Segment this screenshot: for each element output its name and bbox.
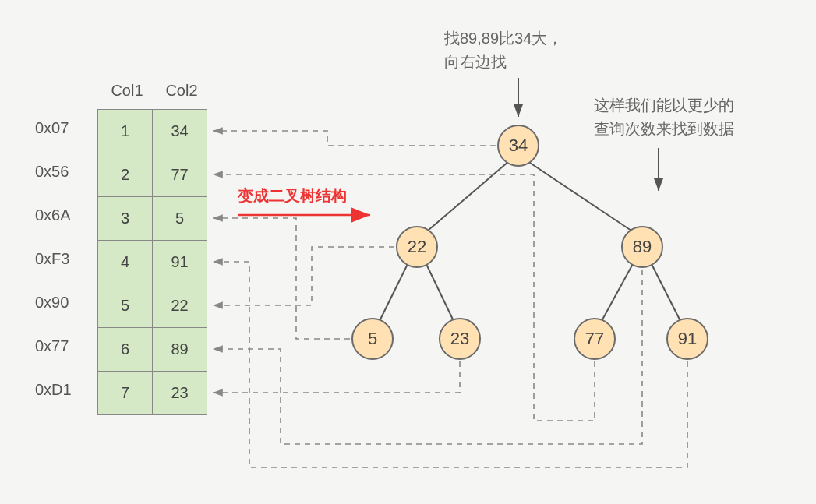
table-row: 7 23 xyxy=(98,372,207,415)
data-table: 1 34 2 77 3 5 4 91 5 22 6 89 7 23 xyxy=(97,109,207,415)
annotation-compare: 找89,89比34大， 向右边找 xyxy=(444,26,563,73)
tree-node-root: 34 xyxy=(497,125,539,167)
cell-col1: 5 xyxy=(98,284,153,328)
table-row: 4 91 xyxy=(98,241,207,284)
tree-node-ll: 5 xyxy=(351,318,394,360)
row-address: 0x90 xyxy=(35,294,69,312)
row-address: 0x07 xyxy=(35,119,69,137)
cell-col1: 4 xyxy=(98,241,153,284)
cell-col1: 2 xyxy=(98,153,153,197)
table-row: 2 77 xyxy=(98,153,207,197)
annotation-line: 这样我们能以更少的 xyxy=(594,97,734,114)
tree-node-l: 22 xyxy=(396,226,438,268)
tree-node-rr: 91 xyxy=(666,318,708,360)
svg-line-0 xyxy=(428,161,509,231)
svg-line-5 xyxy=(651,263,680,321)
cell-col2: 34 xyxy=(153,110,207,153)
tree-node-rl: 77 xyxy=(574,318,616,360)
annotation-line: 向右边找 xyxy=(444,53,507,70)
row-address: 0xD1 xyxy=(35,381,72,399)
row-address: 0x77 xyxy=(35,337,69,355)
table-column-headers: Col1 Col2 xyxy=(100,82,209,100)
red-label-binary-tree: 变成二叉树结构 xyxy=(238,185,347,206)
svg-line-4 xyxy=(602,263,634,321)
cell-col2: 22 xyxy=(153,284,207,328)
table-row: 3 5 xyxy=(98,197,207,241)
col1-header: Col1 xyxy=(100,82,154,100)
cell-col2: 23 xyxy=(153,372,207,415)
cell-col2: 77 xyxy=(153,153,207,197)
cell-col1: 7 xyxy=(98,372,153,415)
tree-node-r: 89 xyxy=(621,226,663,268)
row-address: 0xF3 xyxy=(35,250,69,268)
svg-line-2 xyxy=(380,263,408,321)
row-address: 0x56 xyxy=(35,163,69,181)
cell-col2: 89 xyxy=(153,328,207,372)
annotation-benefit: 这样我们能以更少的 查询次数来找到数据 xyxy=(594,93,734,140)
cell-col1: 6 xyxy=(98,328,153,372)
row-address: 0x6A xyxy=(35,206,71,224)
svg-line-3 xyxy=(426,263,454,321)
cell-col2: 5 xyxy=(153,197,207,241)
table-row: 1 34 xyxy=(98,110,207,153)
cell-col2: 91 xyxy=(153,241,207,284)
annotation-line: 查询次数来找到数据 xyxy=(594,120,734,137)
annotation-line: 找89,89比34大， xyxy=(444,30,563,47)
table-row: 5 22 xyxy=(98,284,207,328)
cell-col1: 3 xyxy=(98,197,153,241)
svg-line-1 xyxy=(528,161,631,231)
tree-node-lr: 23 xyxy=(439,318,481,360)
cell-col1: 1 xyxy=(98,110,153,153)
col2-header: Col2 xyxy=(154,82,209,100)
table-row: 6 89 xyxy=(98,328,207,372)
